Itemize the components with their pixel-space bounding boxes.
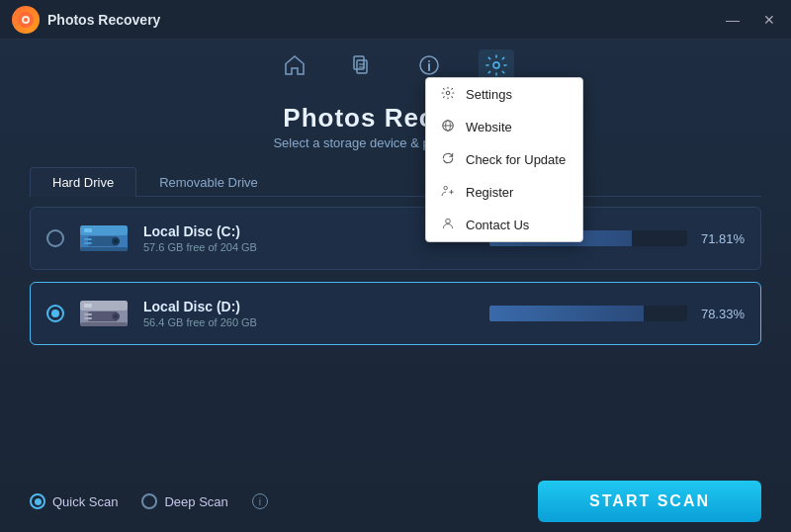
svg-point-9 <box>428 60 430 62</box>
settings-dropdown: Settings Website <box>425 77 583 242</box>
title-bar: Photos Recovery — ✕ <box>0 0 791 40</box>
drive-icon-d <box>78 295 130 332</box>
tab-hard-drive[interactable]: Hard Drive <box>30 167 136 197</box>
svg-point-34 <box>114 314 118 318</box>
dropdown-update[interactable]: Check for Update <box>426 143 582 176</box>
drive-pct-c: 71.81% <box>697 231 745 246</box>
contact-menu-label: Contact Us <box>466 218 529 232</box>
website-menu-label: Website <box>466 120 512 134</box>
page-title: Photos Recovery <box>0 103 791 133</box>
register-menu-label: Register <box>466 185 513 200</box>
quick-scan-radio[interactable] <box>30 493 45 509</box>
svg-point-2 <box>24 18 28 22</box>
svg-point-10 <box>493 62 499 68</box>
svg-rect-36 <box>84 317 92 319</box>
drive-radio-c[interactable] <box>46 229 64 247</box>
drive-name-d: Local Disc (D:) <box>143 299 489 314</box>
tab-removable-drive[interactable]: Removable Drive <box>136 167 281 197</box>
svg-rect-27 <box>84 242 92 244</box>
scan-info-icon[interactable]: i <box>252 493 268 509</box>
register-menu-icon <box>440 184 456 201</box>
svg-rect-26 <box>84 238 92 240</box>
dropdown-settings[interactable]: Settings <box>426 78 582 111</box>
home-nav-icon[interactable] <box>277 49 312 87</box>
svg-point-25 <box>114 239 118 243</box>
svg-point-11 <box>446 91 450 95</box>
app-logo <box>12 6 40 34</box>
drive-pct-d: 78.33% <box>697 307 745 321</box>
app-title: Photos Recovery <box>47 12 722 28</box>
svg-rect-22 <box>80 247 128 251</box>
close-button[interactable]: ✕ <box>759 10 779 30</box>
website-menu-icon <box>440 119 456 135</box>
drive-tabs: Hard Drive Removable Drive <box>30 166 761 197</box>
settings-menu-icon <box>440 86 456 103</box>
drive-list: Local Disc (C:) 57.6 GB free of 204 GB 7… <box>30 197 761 471</box>
drive-info-d: Local Disc (D:) 56.4 GB free of 260 GB <box>143 299 489 328</box>
svg-rect-35 <box>84 313 92 315</box>
nav-bar: Settings Website <box>0 40 791 93</box>
header-section: Photos Recovery Select a storage device … <box>0 93 791 156</box>
minimize-button[interactable]: — <box>722 10 744 30</box>
dropdown-register[interactable]: Register <box>426 176 582 209</box>
window-controls: — ✕ <box>722 10 779 30</box>
deep-scan-option[interactable]: Deep Scan <box>141 493 227 509</box>
drive-radio-d[interactable] <box>46 305 64 322</box>
drive-space-c: 57.6 GB free of 204 GB <box>143 241 489 253</box>
drive-progress-bar-d <box>489 306 644 321</box>
svg-rect-21 <box>84 228 92 232</box>
svg-rect-31 <box>80 322 128 326</box>
svg-rect-30 <box>84 304 92 308</box>
update-menu-label: Check for Update <box>466 152 566 167</box>
dropdown-contact[interactable]: Contact Us <box>426 209 582 241</box>
files-nav-icon[interactable] <box>344 49 380 87</box>
drive-item-c[interactable]: Local Disc (C:) 57.6 GB free of 204 GB 7… <box>30 207 761 270</box>
deep-scan-radio[interactable] <box>141 493 157 509</box>
settings-menu-label: Settings <box>466 87 512 102</box>
deep-scan-label: Deep Scan <box>164 494 227 509</box>
drive-item-d[interactable]: Local Disc (D:) 56.4 GB free of 260 GB 7… <box>30 282 761 345</box>
main-area: Settings Website <box>0 40 791 532</box>
dropdown-website[interactable]: Website <box>426 111 582 143</box>
svg-point-18 <box>446 219 451 223</box>
drive-progress-bar-wrap-d <box>489 306 687 321</box>
page-subtitle: Select a storage device & press Start Sc… <box>0 135 791 150</box>
scan-options-bar: Quick Scan Deep Scan i START SCAN <box>0 471 791 532</box>
contact-menu-icon <box>440 217 456 233</box>
drive-icon-c <box>78 220 130 257</box>
svg-point-15 <box>444 186 448 190</box>
drive-progress-d: 78.33% <box>489 306 745 321</box>
quick-scan-label: Quick Scan <box>52 494 118 509</box>
start-scan-button[interactable]: START SCAN <box>538 481 761 522</box>
quick-scan-option[interactable]: Quick Scan <box>30 493 118 509</box>
drive-space-d: 56.4 GB free of 260 GB <box>143 316 489 328</box>
update-menu-icon <box>440 151 456 168</box>
